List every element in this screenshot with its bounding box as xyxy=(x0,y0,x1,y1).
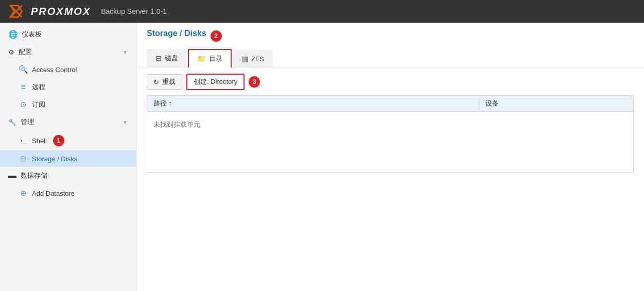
create-directory-label: 创建: Directory xyxy=(194,77,237,87)
sidebar-label-subscription: 订阅 xyxy=(32,100,45,109)
sidebar-label-config: 配置 xyxy=(19,47,32,57)
access-control-icon: 🔍 xyxy=(19,65,28,74)
sidebar-label-dashboard: 仪表板 xyxy=(22,30,42,39)
sidebar-label-storage-disks: Storage / Disks xyxy=(32,155,77,163)
sidebar-item-dashboard[interactable]: 🌐 仪表板 xyxy=(0,26,136,43)
annotation-badge-2: 2 xyxy=(211,30,222,42)
main-content: Storage / Disks 2 ⊟ 磁盘 📁 目录 ▦ ZFS xyxy=(136,23,644,291)
sidebar-item-storage-disks[interactable]: ⊟ Storage / Disks xyxy=(0,150,136,167)
sidebar-item-remote[interactable]: ≡ 远程 xyxy=(0,78,136,96)
storage-disks-icon: ⊟ xyxy=(19,155,28,163)
config-icon: ⚙ xyxy=(8,48,14,56)
shell-icon: ›_ xyxy=(19,137,28,144)
add-datastore-icon: ⊕ xyxy=(19,189,28,198)
sidebar-section-datastore[interactable]: ▬ 数据存储 xyxy=(0,167,136,184)
tab-directory[interactable]: 📁 目录 xyxy=(188,49,232,67)
tab-disk-label: 磁盘 xyxy=(165,54,178,63)
content-area: ↻ 重载 创建: Directory 3 路径 ↑ 设备 未找到挂载单元 xyxy=(136,67,644,291)
sidebar: 🌐 仪表板 ⚙ 配置 ▼ 🔍 Access Control ≡ 远程 ⊙ 订阅 … xyxy=(0,23,136,291)
disk-tab-icon: ⊟ xyxy=(155,54,162,62)
sidebar-label-shell: Shell xyxy=(32,137,47,145)
manage-chevron-icon: ▼ xyxy=(123,119,128,125)
table-body: 未找到挂载单元 xyxy=(147,111,634,173)
directory-tab-icon: 📁 xyxy=(197,55,206,63)
table-col-path: 路径 ↑ xyxy=(147,96,479,111)
sidebar-label-add-datastore: Add Datastore xyxy=(32,190,75,197)
reload-icon: ↻ xyxy=(153,78,159,86)
tab-zfs-label: ZFS xyxy=(251,55,264,63)
reload-label: 重载 xyxy=(162,77,176,87)
sidebar-label-manage: 管理 xyxy=(21,117,34,127)
app-layout: 🌐 仪表板 ⚙ 配置 ▼ 🔍 Access Control ≡ 远程 ⊙ 订阅 … xyxy=(0,23,644,291)
sidebar-section-config[interactable]: ⚙ 配置 ▼ xyxy=(0,43,136,61)
logo: PROXMOX xyxy=(8,4,91,19)
subscription-icon: ⊙ xyxy=(19,100,28,109)
breadcrumb: Storage / Disks xyxy=(147,29,206,38)
remote-icon: ≡ xyxy=(19,82,28,92)
proxmox-text: PROXMOX xyxy=(31,6,91,18)
table-header: 路径 ↑ 设备 xyxy=(147,95,634,111)
datastore-icon: ▬ xyxy=(8,171,16,180)
sidebar-item-subscription[interactable]: ⊙ 订阅 xyxy=(0,96,136,113)
sidebar-label-datastore: 数据存储 xyxy=(21,171,47,180)
reload-button[interactable]: ↻ 重载 xyxy=(147,74,182,90)
create-directory-button[interactable]: 创建: Directory xyxy=(186,74,245,90)
tab-bar: ⊟ 磁盘 📁 目录 ▦ ZFS xyxy=(147,48,634,67)
proxmox-logo-icon xyxy=(8,4,28,19)
manage-icon: 🔧 xyxy=(8,118,16,126)
sidebar-item-access-control[interactable]: 🔍 Access Control xyxy=(0,61,136,78)
dashboard-icon: 🌐 xyxy=(8,30,18,39)
table-col-device: 设备 xyxy=(479,96,633,111)
zfs-tab-icon: ▦ xyxy=(241,55,248,63)
table-empty-message: 未找到挂载单元 xyxy=(147,112,633,138)
tab-zfs[interactable]: ▦ ZFS xyxy=(233,50,273,67)
config-chevron-icon: ▼ xyxy=(123,49,128,55)
sidebar-label-remote: 远程 xyxy=(32,82,45,92)
main-header: Storage / Disks 2 ⊟ 磁盘 📁 目录 ▦ ZFS xyxy=(136,23,644,67)
sidebar-item-add-datastore[interactable]: ⊕ Add Datastore xyxy=(0,184,136,202)
shell-badge: 1 xyxy=(53,135,64,146)
tab-directory-label: 目录 xyxy=(209,54,222,63)
annotation-badge-3: 3 xyxy=(249,76,260,88)
server-title: Backup Server 1.0-1 xyxy=(101,7,167,15)
sidebar-section-manage[interactable]: 🔧 管理 ▼ xyxy=(0,113,136,131)
header: PROXMOX Backup Server 1.0-1 xyxy=(0,0,644,23)
toolbar: ↻ 重载 创建: Directory 3 xyxy=(147,74,634,90)
tab-disk[interactable]: ⊟ 磁盘 xyxy=(147,49,187,67)
sidebar-label-access-control: Access Control xyxy=(32,66,77,74)
sidebar-item-shell[interactable]: ›_ Shell 1 xyxy=(0,131,136,150)
